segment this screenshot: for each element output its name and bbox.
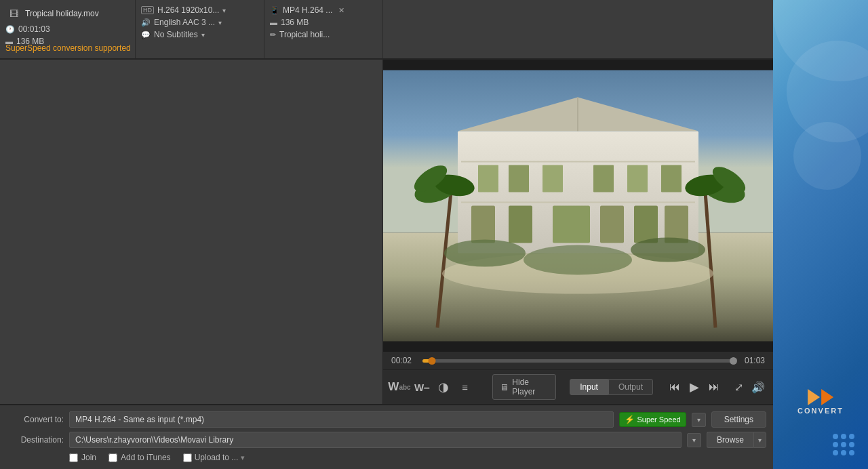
add-to-itunes-checkbox[interactable] bbox=[108, 453, 117, 462]
destination-dropdown[interactable]: ▾ bbox=[687, 433, 701, 447]
output-tab-close-icon[interactable]: ✕ bbox=[338, 6, 344, 15]
playback-controls: ⏮ ▶ ⏭ bbox=[667, 377, 722, 397]
browse-button[interactable]: Browse bbox=[707, 432, 753, 448]
chrome-dot-6 bbox=[849, 442, 854, 447]
browse-combo: Browse ▾ bbox=[707, 432, 766, 448]
phone-icon: 📱 bbox=[270, 6, 279, 15]
video-area: 00:02 01:03 Wabc W▬ ◑ bbox=[383, 60, 773, 404]
timeline-row: 00:02 01:03 bbox=[383, 352, 773, 369]
fast-forward-button[interactable]: ⏭ bbox=[706, 378, 722, 396]
file-info-bar: 🎞 Tropical holiday.mov 🕐 00:01:03 ▬ 136 … bbox=[0, 0, 773, 60]
file-duration: 00:01:03 bbox=[18, 24, 50, 34]
destination-input[interactable] bbox=[69, 432, 682, 448]
rewind-button[interactable]: ⏮ bbox=[667, 378, 683, 396]
video-codec[interactable]: H.264 1920x10... bbox=[157, 5, 219, 15]
timeline-bar[interactable] bbox=[422, 359, 734, 363]
subtitle-dropdown-icon[interactable]: ▾ bbox=[201, 31, 205, 39]
hd-icon: HD bbox=[141, 6, 154, 14]
file-info-col-3: 📱 MP4 H.264 ... ✕ ▬ 136 MB ✏ Tropical ho… bbox=[264, 0, 383, 58]
chrome-circle-3 bbox=[793, 122, 861, 190]
convert-arrows bbox=[808, 389, 833, 405]
svg-rect-15 bbox=[627, 165, 648, 192]
chrome-dot-8 bbox=[841, 450, 846, 455]
destination-row: Destination: ▾ Browse ▾ bbox=[7, 430, 766, 450]
output-file-name[interactable]: Tropical holi... bbox=[279, 30, 330, 39]
convert-label: CONVERT bbox=[797, 407, 844, 415]
chrome-dots bbox=[833, 434, 854, 455]
volume-icon[interactable]: 🔊 bbox=[751, 381, 765, 394]
add-to-itunes-option[interactable]: Add to iTunes bbox=[108, 453, 171, 462]
join-option[interactable]: Join bbox=[69, 453, 96, 462]
chrome-dot-4 bbox=[833, 442, 838, 447]
controls-strip: 00:02 01:03 Wabc W▬ ◑ bbox=[383, 352, 773, 404]
chrome-dot-2 bbox=[841, 434, 846, 439]
svg-rect-11 bbox=[478, 165, 498, 192]
subtitle-label[interactable]: No Subtitles bbox=[154, 30, 198, 39]
convert-to-input[interactable] bbox=[69, 411, 614, 428]
timeline-thumb[interactable] bbox=[428, 357, 435, 365]
upload-to-option: Upload to ... ▾ bbox=[183, 453, 245, 462]
audio-icon: 🔊 bbox=[141, 18, 151, 27]
left-panel bbox=[0, 60, 383, 404]
svg-rect-6 bbox=[509, 206, 532, 243]
output-format-tab[interactable]: MP4 H.264 ... bbox=[283, 5, 332, 15]
upload-to-checkbox[interactable] bbox=[183, 453, 192, 462]
file-size-right: 136 MB bbox=[281, 18, 309, 27]
monitor-icon: 🖥 bbox=[500, 382, 509, 392]
pencil-icon: ✏ bbox=[270, 30, 276, 39]
convert-button[interactable]: CONVERT bbox=[797, 389, 844, 415]
audio-codec[interactable]: English AAC 3 ... bbox=[154, 18, 215, 27]
text-tool-icon[interactable]: Wabc bbox=[391, 379, 408, 395]
film-icon: 🎞 bbox=[5, 5, 22, 22]
destination-label: Destination: bbox=[7, 435, 64, 445]
superspeed-button[interactable]: ⚡ Super Speed bbox=[619, 412, 686, 427]
svg-rect-12 bbox=[509, 165, 529, 192]
timeline-end-thumb[interactable] bbox=[730, 357, 737, 365]
brightness-icon[interactable]: ◑ bbox=[436, 379, 451, 395]
size-icon-right: ▬ bbox=[270, 18, 277, 26]
fit-to-window-icon[interactable]: ⤢ bbox=[734, 381, 743, 394]
app-right-chrome: CONVERT bbox=[773, 0, 868, 469]
chrome-dot-1 bbox=[833, 434, 838, 439]
audio-eq-icon[interactable]: ≡ bbox=[458, 379, 473, 395]
hide-player-button[interactable]: 🖥 Hide Player bbox=[492, 374, 556, 400]
convert-to-dropdown[interactable]: ▾ bbox=[692, 413, 706, 427]
video-preview-svg bbox=[383, 60, 773, 352]
chrome-dot-5 bbox=[841, 442, 846, 447]
lightning-icon: ⚡ bbox=[625, 415, 635, 424]
svg-point-30 bbox=[524, 245, 632, 275]
tab-input[interactable]: Input bbox=[570, 379, 608, 395]
convert-arrow-2 bbox=[821, 389, 833, 405]
svg-rect-8 bbox=[600, 206, 624, 243]
convert-to-row: Convert to: ⚡ Super Speed ▾ Settings bbox=[7, 409, 766, 430]
audio-codec-dropdown-icon[interactable]: ▾ bbox=[218, 19, 222, 26]
svg-rect-16 bbox=[661, 165, 682, 192]
svg-rect-5 bbox=[471, 206, 495, 243]
clock-icon: 🕐 bbox=[5, 25, 15, 34]
watermark-icon[interactable]: W▬ bbox=[414, 379, 429, 395]
video-codec-dropdown-icon[interactable]: ▾ bbox=[222, 7, 226, 14]
settings-button[interactable]: Settings bbox=[711, 411, 766, 428]
upload-to-label: Upload to ... bbox=[195, 453, 239, 462]
svg-rect-13 bbox=[542, 165, 563, 192]
svg-rect-10 bbox=[665, 206, 688, 243]
subtitle-icon: 💬 bbox=[141, 30, 151, 39]
tab-output[interactable]: Output bbox=[608, 379, 653, 395]
video-canvas[interactable] bbox=[383, 60, 773, 352]
chrome-dot-9 bbox=[849, 450, 854, 455]
upload-to-dropdown[interactable]: ▾ bbox=[241, 453, 245, 462]
file-info-col-2: HD H.264 1920x10... ▾ 🔊 English AAC 3 ..… bbox=[136, 0, 264, 58]
svg-rect-7 bbox=[553, 206, 590, 243]
play-button[interactable]: ▶ bbox=[687, 377, 702, 397]
join-checkbox[interactable] bbox=[69, 453, 78, 462]
chrome-dot-3 bbox=[849, 434, 854, 439]
mid-section: 00:02 01:03 Wabc W▬ ◑ bbox=[0, 60, 773, 404]
superspeed-badge: SuperSpeed conversion supported bbox=[5, 43, 131, 53]
options-row: Join Add to iTunes Upload to ... ▾ bbox=[7, 450, 766, 465]
svg-point-29 bbox=[631, 238, 705, 262]
svg-point-28 bbox=[444, 240, 526, 267]
file-name: Tropical holiday.mov bbox=[25, 9, 99, 18]
bottom-section: Convert to: ⚡ Super Speed ▾ Settings Des… bbox=[0, 404, 773, 469]
toolbar-row: Wabc W▬ ◑ ≡ 🖥 Hide Player I bbox=[383, 369, 773, 404]
browse-dropdown[interactable]: ▾ bbox=[753, 432, 766, 448]
